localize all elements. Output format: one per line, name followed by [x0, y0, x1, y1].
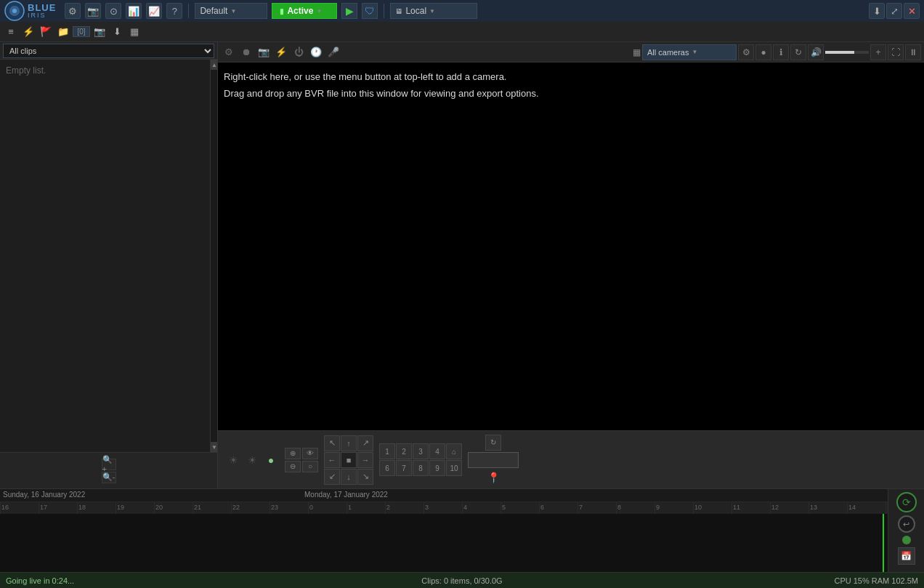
zoom-out-btn[interactable]: 🔍- [102, 472, 116, 483]
activity-btn[interactable]: ⊙ [105, 3, 121, 19]
cam-settings-btn[interactable]: ⚙ [221, 44, 237, 60]
ptz-e-btn[interactable]: → [357, 452, 373, 468]
blue-iris-logo [4, 1, 25, 21]
cam-gear-right-btn[interactable]: ⚙ [738, 44, 754, 60]
logo-area: BLUE IRIS [4, 1, 56, 21]
preset-10-btn[interactable]: 10 [446, 460, 462, 476]
close-btn[interactable]: ✕ [904, 3, 920, 19]
camera-manage-btn[interactable]: 📷 [85, 3, 101, 19]
cam-mic-btn[interactable]: 🎤 [325, 44, 341, 60]
cam-record-btn[interactable]: ⏺ [238, 44, 254, 60]
cam-dot-btn[interactable]: ● [755, 44, 771, 60]
scroll-up-btn[interactable]: ▲ [211, 60, 217, 70]
camera-btn[interactable]: 📷 [92, 24, 108, 40]
ptz-ne-btn[interactable]: ↗ [357, 435, 373, 451]
logo-iris-text: IRIS [28, 12, 56, 19]
active-label: Active [287, 6, 313, 16]
timeline-calendar-btn[interactable]: 📅 [898, 547, 915, 565]
cameras-dropdown-arrow: ▼ [692, 49, 697, 55]
maximize-btn[interactable]: ⤢ [886, 3, 902, 19]
flag-btn[interactable]: 🚩 [38, 24, 54, 40]
preset-6-btn[interactable]: 6 [379, 460, 395, 476]
preset-9-btn[interactable]: 9 [429, 460, 445, 476]
graph-btn[interactable]: 📈 [146, 3, 162, 19]
camera-toolbar: ⚙ ⏺ 📷 ⚡ ⏻ 🕐 🎤 ▦ All cameras ▼ ⚙ ● ℹ ↻ 🔊 [218, 42, 924, 63]
ptz-nw-btn[interactable]: ↖ [324, 435, 340, 451]
all-cameras-dropdown[interactable]: All cameras ▼ [642, 44, 737, 60]
timeline-tick: 8 [616, 502, 654, 514]
camera-dropdown-area: ▦ All cameras ▼ [633, 44, 737, 60]
preset-4-btn[interactable]: 4 [429, 443, 445, 459]
cam-fullscreen-btn[interactable]: ⛶ [888, 44, 904, 60]
preset-3-btn[interactable]: 3 [413, 443, 429, 459]
grid-toolbar-btn[interactable]: ▦ [126, 24, 142, 40]
folder-btn[interactable]: 📁 [55, 24, 71, 40]
timeline-dot[interactable] [902, 536, 911, 544]
zoom-cam-controls: ⊕ 👁 ⊖ ○ [285, 448, 318, 472]
cam-schedule-btn[interactable]: 🕐 [308, 44, 324, 60]
clips-dropdown[interactable]: All clips [3, 44, 214, 58]
preset-1-btn[interactable]: 1 [379, 443, 395, 459]
help-btn[interactable]: ? [166, 3, 182, 19]
menu-btn[interactable]: ≡ [3, 24, 19, 40]
goto-input-area: ↻ 📍 [468, 435, 519, 486]
clips-scrollbar[interactable]: ▲ ▼ [210, 60, 217, 452]
ptz-grid: ↖ ↑ ↗ ← ■ → ↙ ↓ ↘ [324, 435, 373, 485]
separator-1 [188, 4, 189, 18]
preset-home-btn[interactable]: ⌂ [446, 443, 462, 459]
cam-plus-btn[interactable]: + [870, 44, 886, 60]
download-toolbar-btn[interactable]: ⬇ [109, 24, 125, 40]
timeline-tick: 18 [77, 502, 115, 514]
cam-eye-btn[interactable]: 👁 [302, 448, 318, 459]
zoom-in-btn[interactable]: 🔍+ [102, 459, 116, 470]
cam-snapshot-btn[interactable]: 📷 [256, 44, 272, 60]
lightning-btn[interactable]: ⚡ [20, 24, 36, 40]
goto-input[interactable] [468, 452, 519, 468]
local-dropdown[interactable]: 🖥 Local ▼ [390, 3, 477, 19]
timeline-live-btn[interactable]: ⟳ [896, 492, 917, 512]
cam-zoom-in-btn[interactable]: ⊕ [285, 448, 301, 459]
ptz-se-btn[interactable]: ↘ [357, 469, 373, 485]
status-clips-text: Clips: 0 items, 0/30.0G [310, 576, 615, 585]
preset-7-btn[interactable]: 7 [396, 460, 412, 476]
preset-refresh-btn[interactable]: ↻ [485, 435, 501, 451]
timeline-tick: 4 [462, 502, 500, 514]
brightness-low-btn[interactable]: ☀ [225, 452, 241, 468]
profile-dropdown[interactable]: Default ▼ [195, 3, 267, 19]
clips-dropdown-bar: All clips [0, 42, 217, 60]
brightness-high-btn[interactable]: ☀ [244, 452, 260, 468]
play-button[interactable]: ▶ [341, 3, 357, 19]
light-controls: ☀ ☀ ● [225, 452, 279, 468]
ptz-w-btn[interactable]: ← [324, 452, 340, 468]
cam-info-btn[interactable]: ℹ [773, 44, 789, 60]
cam-refresh-btn[interactable]: ↻ [790, 44, 806, 60]
volume-slider-track[interactable] [825, 51, 869, 54]
cam-pause-btn[interactable]: ⏸ [905, 44, 921, 60]
ptz-sw-btn[interactable]: ↙ [324, 469, 340, 485]
active-status-button[interactable]: ▮ Active ▼ [272, 3, 337, 19]
timeline-content[interactable] [0, 514, 924, 572]
timeline-tick: 22 [231, 502, 270, 514]
ptz-n-btn[interactable]: ↑ [341, 435, 357, 451]
volume-icon-btn[interactable]: 🔊 [808, 44, 824, 60]
brightness-dot-btn[interactable]: ● [263, 452, 279, 468]
cam-power-btn[interactable]: ⏻ [291, 44, 307, 60]
local-dropdown-arrow: ▼ [429, 8, 435, 15]
cam-circle-btn[interactable]: ○ [302, 461, 318, 472]
preset-2-btn[interactable]: 2 [396, 443, 412, 459]
goto-pin-btn[interactable]: 📍 [485, 470, 501, 486]
timeline-back-btn[interactable]: ↩ [898, 515, 915, 533]
camera-view[interactable]: Right-click here, or use the menu button… [218, 63, 924, 430]
scroll-down-btn[interactable]: ▼ [211, 442, 217, 452]
timeline-cursor [883, 514, 884, 572]
shield-button[interactable]: 🛡 [362, 3, 378, 19]
preset-8-btn[interactable]: 8 [413, 460, 429, 476]
chart-btn[interactable]: 📊 [126, 3, 142, 19]
cam-lightning-btn[interactable]: ⚡ [273, 44, 289, 60]
cam-zoom-out-btn[interactable]: ⊖ [285, 461, 301, 472]
ptz-stop-btn[interactable]: ■ [341, 452, 357, 468]
minimize-download-btn[interactable]: ⬇ [869, 3, 885, 19]
ptz-s-btn[interactable]: ↓ [341, 469, 357, 485]
settings-icon-btn[interactable]: ⚙ [65, 3, 81, 19]
toolbar: ≡ ⚡ 🚩 📁 [0] 📷 ⬇ ▦ [0, 22, 924, 42]
